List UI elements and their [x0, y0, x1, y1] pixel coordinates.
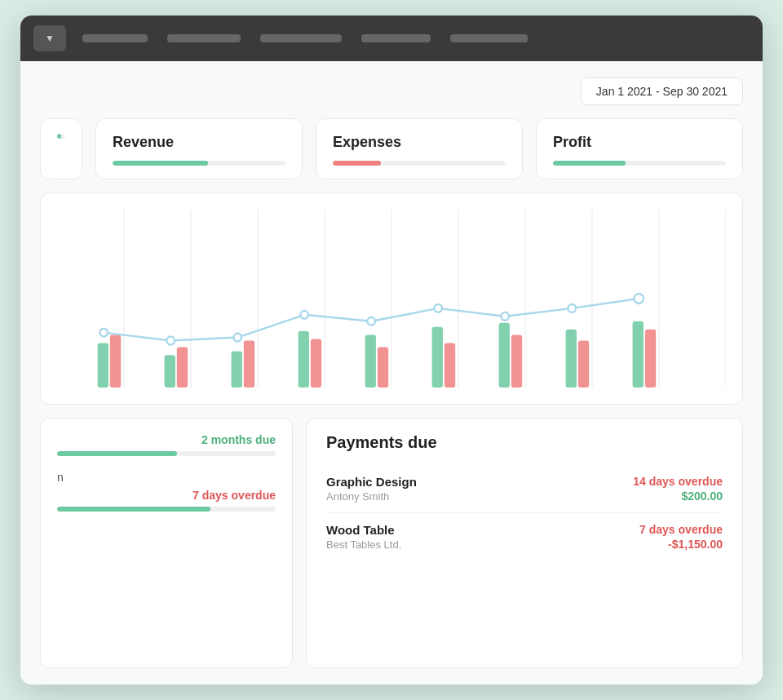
- nav-item-4[interactable]: [361, 34, 431, 42]
- nav-dropdown[interactable]: ▼: [33, 25, 66, 51]
- partial-bar-track: [57, 134, 65, 139]
- svg-rect-19: [378, 347, 388, 388]
- payment-client-1: Antony Smith: [326, 490, 417, 503]
- svg-point-35: [568, 304, 576, 312]
- svg-rect-14: [232, 351, 242, 388]
- card-revenue-bar-fill: [113, 161, 208, 166]
- card-expenses-bar-fill: [333, 161, 381, 166]
- payment-amount-1: $200.00: [633, 490, 723, 503]
- nav-item-1[interactable]: [82, 34, 148, 42]
- svg-point-36: [634, 294, 643, 303]
- payment-row-1: Graphic Design Antony Smith 14 days over…: [326, 465, 723, 513]
- svg-point-32: [367, 317, 375, 326]
- bottom-row: 2 months due n 7 days overdue Payments d…: [40, 418, 743, 668]
- svg-rect-24: [566, 330, 577, 388]
- card-profit-bar-track: [553, 161, 726, 166]
- payment-right-2: 7 days overdue -$1,150.00: [639, 523, 723, 551]
- payment-right-1: 14 days overdue $200.00: [633, 475, 723, 503]
- svg-rect-18: [365, 335, 376, 388]
- nav-item-5[interactable]: [450, 34, 528, 42]
- partial-bar-fill: [57, 134, 61, 139]
- payment-row-2: Wood Table Best Tables Ltd. 7 days overd…: [326, 513, 723, 560]
- payment-overdue-2: 7 days overdue: [639, 523, 723, 536]
- left-item-2: n 7 days overdue: [57, 471, 276, 512]
- card-revenue: Revenue: [95, 118, 303, 179]
- left-item-1: 2 months due: [57, 433, 276, 456]
- svg-rect-13: [177, 347, 188, 388]
- card-profit: Profit: [536, 118, 743, 179]
- app-window: ▼ Jan 1 2021 - Sep 30 2021 Revenue: [20, 16, 763, 684]
- payment-left-1: Graphic Design Antony Smith: [326, 475, 417, 503]
- cards-row: Revenue Expenses Profit: [40, 118, 743, 179]
- svg-rect-21: [445, 343, 455, 388]
- svg-rect-27: [645, 330, 656, 388]
- svg-rect-23: [511, 335, 522, 388]
- left-item-2-bar-fill: [57, 507, 210, 512]
- nav-item-3[interactable]: [260, 34, 342, 42]
- svg-rect-20: [432, 327, 443, 388]
- svg-rect-12: [165, 355, 175, 388]
- chart-svg: [57, 210, 726, 388]
- left-item-1-bar-fill: [57, 451, 177, 456]
- svg-point-34: [501, 312, 509, 321]
- svg-point-29: [166, 337, 175, 345]
- main-content: Jan 1 2021 - Sep 30 2021 Revenue Expense…: [20, 61, 763, 684]
- svg-point-30: [233, 334, 241, 342]
- card-profit-title: Profit: [553, 134, 726, 151]
- left-item-1-status: 2 months due: [57, 433, 276, 446]
- card-partial: [40, 118, 82, 179]
- svg-rect-11: [110, 335, 121, 388]
- date-range-button[interactable]: Jan 1 2021 - Sep 30 2021: [581, 78, 743, 105]
- payment-left-2: Wood Table Best Tables Ltd.: [326, 523, 401, 551]
- card-profit-bar-fill: [553, 161, 626, 166]
- left-panel: 2 months due n 7 days overdue: [40, 418, 293, 668]
- card-expenses: Expenses: [316, 118, 523, 179]
- payment-name-1: Graphic Design: [326, 475, 417, 489]
- svg-rect-16: [299, 331, 309, 388]
- payment-overdue-1: 14 days overdue: [633, 475, 723, 488]
- left-item-2-status: 7 days overdue: [57, 489, 276, 502]
- payments-due-card: Payments due Graphic Design Antony Smith…: [306, 418, 743, 668]
- chart-card: [40, 193, 743, 405]
- dropdown-arrow-icon: ▼: [45, 33, 55, 44]
- left-item-1-bar-track: [57, 451, 276, 456]
- topbar-nav: [82, 34, 528, 42]
- nav-item-2[interactable]: [167, 34, 241, 42]
- card-revenue-bar-track: [113, 161, 285, 166]
- payment-client-2: Best Tables Ltd.: [326, 538, 401, 551]
- svg-point-28: [100, 329, 108, 337]
- payment-name-2: Wood Table: [326, 523, 401, 537]
- svg-rect-10: [98, 343, 108, 388]
- svg-point-33: [434, 304, 442, 312]
- svg-rect-26: [633, 321, 644, 388]
- left-item-2-name: n: [57, 471, 276, 484]
- card-expenses-title: Expenses: [333, 134, 506, 151]
- svg-rect-22: [499, 323, 510, 388]
- card-expenses-bar-track: [333, 161, 506, 166]
- svg-point-31: [300, 311, 308, 319]
- payment-amount-2: -$1,150.00: [639, 538, 723, 551]
- card-revenue-title: Revenue: [113, 134, 285, 151]
- date-bar: Jan 1 2021 - Sep 30 2021: [40, 78, 743, 105]
- svg-rect-17: [311, 339, 321, 388]
- svg-rect-15: [244, 341, 254, 388]
- left-item-2-bar-track: [57, 507, 276, 512]
- topbar: ▼: [20, 16, 763, 61]
- svg-rect-25: [578, 341, 589, 388]
- payments-due-title: Payments due: [326, 433, 723, 452]
